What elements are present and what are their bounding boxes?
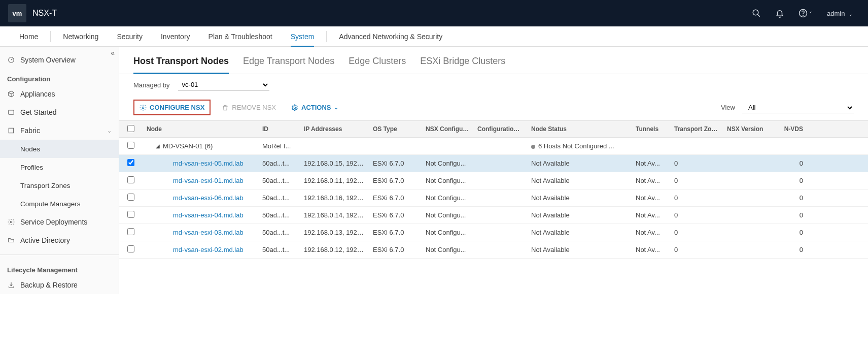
tab-edge-clusters[interactable]: Edge Clusters [349,56,406,74]
table-row[interactable]: md-vsan-esxi-03.md.lab50ad...t...192.168… [119,224,868,241]
host-link[interactable]: md-vsan-esxi-03.md.lab [173,229,244,236]
host-link[interactable]: md-vsan-esxi-02.md.lab [173,246,244,253]
tab-edge-transport-nodes[interactable]: Edge Transport Nodes [243,56,334,74]
col-transport-zones[interactable]: Transport Zones [670,125,723,133]
col-node-status[interactable]: Node Status [527,125,632,133]
row-checkbox[interactable] [127,211,134,218]
host-tunnels: Not Av... [632,177,670,184]
host-tz: 0 [670,177,723,184]
host-link[interactable]: md-vsan-esxi-05.md.lab [173,160,244,167]
nav-home[interactable]: Home [10,26,47,47]
sidebar-compute-managers[interactable]: Compute Managers [0,195,119,213]
configure-nsx-button[interactable]: CONFIGURE NSX [133,100,211,115]
sidebar-system-overview[interactable]: System Overview [0,51,119,69]
col-nsx-config[interactable]: NSX Configurati [422,125,473,133]
select-all-checkbox[interactable] [127,125,134,132]
host-status: Not Available [527,194,632,202]
main-nav: Home Networking Security Inventory Plan … [0,26,868,47]
host-nvds: 0 [777,160,807,167]
bell-icon[interactable] [775,9,784,18]
table-row[interactable]: md-vsan-esxi-05.md.lab50ad...t...192.168… [119,155,868,172]
col-os[interactable]: OS Type [369,125,422,133]
sidebar-service-deployments[interactable]: Service Deployments [0,213,119,231]
col-nvds[interactable]: N-VDS [777,125,807,133]
sidebar-active-directory[interactable]: Active Directory [0,231,119,249]
table-row[interactable]: md-vsan-esxi-04.md.lab50ad...t...192.168… [119,207,868,224]
host-grid: Node ID IP Addresses OS Type NSX Configu… [119,120,868,259]
managed-by-label: Managed by [133,81,170,89]
sidebar-nodes[interactable]: Nodes [0,140,119,158]
row-checkbox[interactable] [127,194,134,201]
host-id: 50ad...t... [258,229,300,236]
help-icon[interactable]: ⌄ [798,9,813,18]
sidebar-get-started[interactable]: Get Started [0,103,119,121]
configure-icon [140,104,147,111]
host-tz: 0 [670,160,723,167]
col-node[interactable]: Node [143,125,258,133]
actions-button[interactable]: ACTIONS ⌄ [287,102,342,113]
sidebar-fabric[interactable]: Fabric ⌄ [0,121,119,140]
table-row[interactable]: md-vsan-esxi-02.md.lab50ad...t...192.168… [119,241,868,259]
host-ip: 192.168.0.15, 192.1... [300,160,369,167]
toolbar: CONFIGURE NSX REMOVE NSX ACTIONS ⌄ View … [119,96,868,120]
expand-icon[interactable]: ◢ [156,143,160,149]
col-nsx-version[interactable]: NSX Version [723,125,777,133]
button-label: ACTIONS [301,104,331,111]
host-nvds: 0 [777,194,807,202]
host-ip: 192.168.0.11, 192.1... [300,177,369,184]
cluster-row[interactable]: ◢MD-VSAN-01 (6) MoRef I... 6 Hosts Not C… [119,138,868,155]
nav-advanced[interactable]: Advanced Networking & Security [330,26,452,47]
sidebar-item-label: Backup & Restore [20,281,78,289]
host-status: Not Available [527,211,632,219]
host-link[interactable]: md-vsan-esxi-06.md.lab [173,194,244,202]
host-tunnels: Not Av... [632,211,670,219]
nav-networking[interactable]: Networking [54,26,108,47]
sidebar-collapse-icon[interactable]: « [111,49,115,57]
sidebar-appliances[interactable]: Appliances [0,85,119,103]
host-tz: 0 [670,246,723,253]
nav-inventory[interactable]: Inventory [152,26,199,47]
host-ip: 192.168.0.12, 192.1... [300,246,369,253]
sidebar-transport-zones[interactable]: Transport Zones [0,176,119,195]
tab-esxi-bridge-clusters[interactable]: ESXi Bridge Clusters [420,56,505,74]
host-tunnels: Not Av... [632,246,670,253]
tab-host-transport-nodes[interactable]: Host Transport Nodes [133,56,229,74]
search-icon[interactable] [752,9,761,18]
status-dot-icon [531,145,535,149]
folder-icon [7,236,15,244]
chevron-down-icon: ⌄ [107,128,112,134]
host-nsx-config: Not Configu... [422,229,473,236]
nav-plan[interactable]: Plan & Troubleshoot [199,26,282,47]
col-tunnels[interactable]: Tunnels [632,125,670,133]
host-os: ESXi 6.7.0 [369,246,422,253]
host-link[interactable]: md-vsan-esxi-04.md.lab [173,211,244,219]
host-os: ESXi 6.7.0 [369,160,422,167]
sidebar-profiles[interactable]: Profiles [0,158,119,176]
svg-point-8 [142,107,144,109]
col-config-state[interactable]: Configuration St [473,125,527,133]
nav-security[interactable]: Security [108,26,152,47]
col-id[interactable]: ID [258,125,300,133]
row-checkbox[interactable] [127,228,134,235]
host-ip: 192.168.0.14, 192.1... [300,211,369,219]
row-checkbox[interactable] [127,176,134,183]
col-ip[interactable]: IP Addresses [300,125,369,133]
table-row[interactable]: md-vsan-esxi-01.md.lab50ad...t...192.168… [119,172,868,189]
host-nvds: 0 [777,177,807,184]
host-link[interactable]: md-vsan-esxi-01.md.lab [173,177,244,184]
button-label: CONFIGURE NSX [150,104,204,111]
view-select[interactable]: All [742,102,854,113]
row-checkbox[interactable] [127,245,134,252]
managed-by-select[interactable]: vc-01 [178,79,269,90]
cluster-name: MD-VSAN-01 (6) [163,142,213,150]
view-label: View [721,104,735,111]
svg-rect-5 [9,110,14,114]
sidebar-backup-restore[interactable]: Backup & Restore [0,276,119,294]
row-checkbox[interactable] [127,159,134,166]
remove-nsx-button[interactable]: REMOVE NSX [218,102,280,113]
nav-system[interactable]: System [282,26,324,47]
user-menu[interactable]: admin ⌄ [827,10,860,17]
row-checkbox[interactable] [127,142,134,149]
host-os: ESXi 6.7.0 [369,211,422,219]
table-row[interactable]: md-vsan-esxi-06.md.lab50ad...t...192.168… [119,189,868,207]
